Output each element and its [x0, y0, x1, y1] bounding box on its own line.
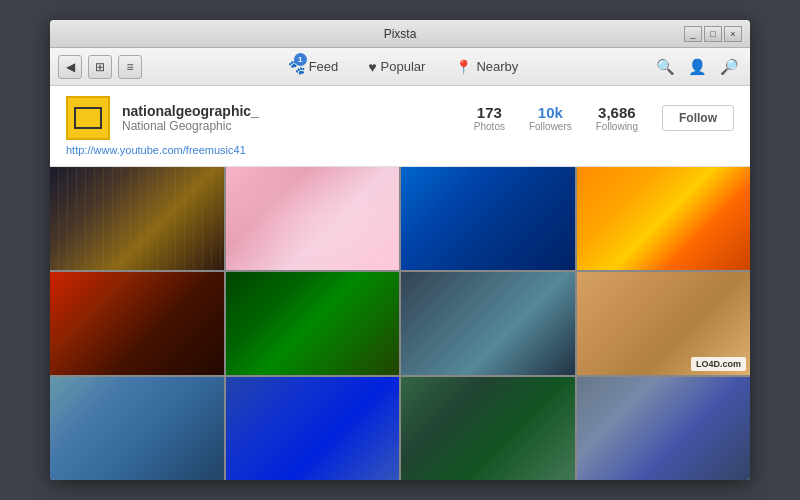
toolbar: ◀ ⊞ ≡ 1 🐾 Feed ♥ Popular 📍 Nearby 🔍 👤 🔎	[50, 48, 750, 86]
photo-item[interactable]	[577, 167, 751, 270]
stat-following: 3,686 Following	[596, 104, 638, 132]
nav-popular[interactable]: ♥ Popular	[362, 55, 431, 79]
photo-item[interactable]	[401, 272, 575, 375]
followers-count: 10k	[529, 104, 572, 121]
feed-badge: 1	[294, 53, 307, 66]
follow-button[interactable]: Follow	[662, 105, 734, 131]
search-button[interactable]: 🔍	[652, 54, 678, 80]
stat-followers: 10k Followers	[529, 104, 572, 132]
following-label: Following	[596, 121, 638, 132]
app-window: Pixsta _ □ × ◀ ⊞ ≡ 1 🐾 Feed ♥ Popular 📍	[50, 20, 750, 480]
avatar-logo	[74, 107, 102, 129]
toolbar-nav-left: ◀ ⊞ ≡	[58, 55, 142, 79]
nav-feed[interactable]: 1 🐾 Feed	[282, 55, 345, 79]
photo-item[interactable]	[226, 377, 400, 480]
window-controls: _ □ ×	[684, 26, 742, 42]
photo-item[interactable]	[401, 377, 575, 480]
maximize-button[interactable]: □	[704, 26, 722, 42]
nav-nearby[interactable]: 📍 Nearby	[449, 55, 524, 79]
popular-label: Popular	[381, 59, 426, 74]
window-title: Pixsta	[384, 27, 417, 41]
photo-grid: LO4D.com	[50, 167, 750, 480]
photo-item[interactable]	[226, 272, 400, 375]
photo-item[interactable]	[50, 167, 224, 270]
nearby-label: Nearby	[476, 59, 518, 74]
photo-item[interactable]	[50, 272, 224, 375]
toolbar-right: 🔍 👤 🔎	[652, 54, 742, 80]
photos-count: 173	[474, 104, 505, 121]
profile-realname: National Geographic	[122, 119, 462, 133]
profile-info: nationalgeographic_ National Geographic	[122, 103, 462, 133]
photo-item[interactable]	[577, 377, 751, 480]
photo-item[interactable]: LO4D.com	[577, 272, 751, 375]
photo-item[interactable]	[50, 377, 224, 480]
location-icon: 📍	[455, 59, 472, 75]
user-button[interactable]: 👤	[684, 54, 710, 80]
photo-item[interactable]	[401, 167, 575, 270]
nav-tabs: 1 🐾 Feed ♥ Popular 📍 Nearby	[154, 55, 652, 79]
popular-icon: ♥	[368, 59, 376, 75]
profile-stats: 173 Photos 10k Followers 3,686 Following…	[474, 104, 734, 132]
feed-label: Feed	[309, 59, 339, 74]
stat-photos: 173 Photos	[474, 104, 505, 132]
minimize-button[interactable]: _	[684, 26, 702, 42]
search2-button[interactable]: 🔎	[716, 54, 742, 80]
back-button[interactable]: ◀	[58, 55, 82, 79]
profile-row: nationalgeographic_ National Geographic …	[66, 96, 734, 140]
profile-link[interactable]: http://www.youtube.com/freemusic41	[66, 144, 734, 156]
followers-label: Followers	[529, 121, 572, 132]
avatar	[66, 96, 110, 140]
profile-area: nationalgeographic_ National Geographic …	[50, 86, 750, 167]
close-button[interactable]: ×	[724, 26, 742, 42]
watermark: LO4D.com	[691, 357, 746, 371]
photos-label: Photos	[474, 121, 505, 132]
grid-view-button[interactable]: ⊞	[88, 55, 112, 79]
title-bar: Pixsta _ □ ×	[50, 20, 750, 48]
following-count: 3,686	[596, 104, 638, 121]
profile-username: nationalgeographic_	[122, 103, 462, 119]
photo-item[interactable]	[226, 167, 400, 270]
menu-button[interactable]: ≡	[118, 55, 142, 79]
